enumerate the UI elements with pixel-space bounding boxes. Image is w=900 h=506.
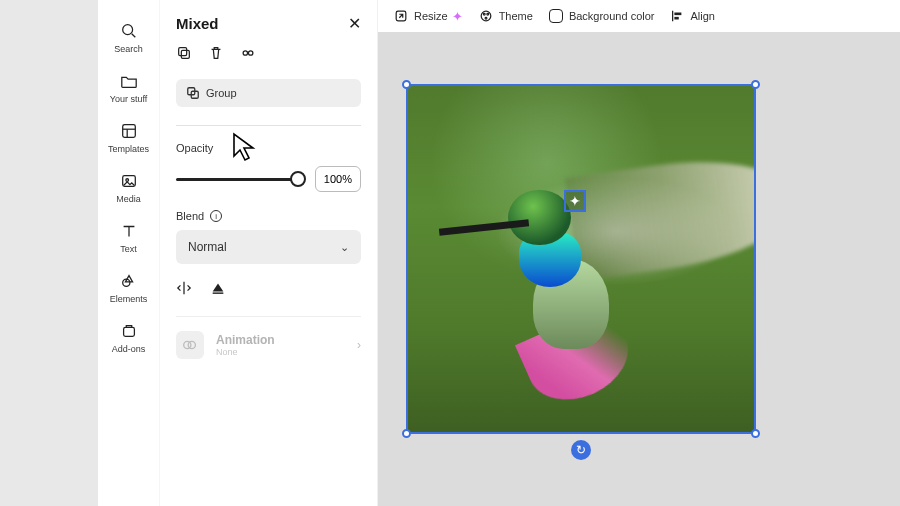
lock-button[interactable] [240, 45, 256, 61]
group-label: Group [206, 87, 237, 99]
canvas[interactable]: ↻ ✦ [378, 32, 900, 506]
search-icon [120, 22, 138, 40]
rail-label: Search [114, 44, 143, 54]
left-rail: Search Your stuff Templates Media Text [98, 0, 160, 506]
svg-rect-2 [122, 125, 135, 138]
text-icon [120, 222, 138, 240]
svg-rect-10 [181, 50, 189, 58]
panel-title: Mixed [176, 15, 219, 32]
image-content [408, 86, 754, 432]
svg-rect-15 [213, 292, 224, 293]
svg-point-21 [487, 13, 489, 15]
svg-point-20 [483, 13, 485, 15]
svg-rect-25 [675, 17, 679, 20]
properties-panel: Mixed ✕ Group Opacity 100% [160, 0, 378, 506]
divider [176, 125, 361, 126]
chevron-right-icon: › [357, 338, 361, 352]
align-label: Align [690, 10, 714, 22]
opacity-label: Opacity [176, 142, 361, 154]
selected-image[interactable]: ↻ [406, 84, 756, 434]
bgcolor-label: Background color [569, 10, 655, 22]
blend-value: Normal [188, 240, 227, 254]
rail-templates[interactable]: Templates [98, 118, 159, 158]
resize-handle-top-right[interactable] [751, 80, 760, 89]
rotate-handle[interactable]: ↻ [571, 440, 591, 460]
rail-media[interactable]: Media [98, 168, 159, 208]
animation-label: Animation [216, 333, 275, 347]
flip-horizontal-button[interactable] [176, 280, 192, 296]
svg-rect-9 [179, 48, 187, 56]
media-icon [120, 172, 138, 190]
templates-icon [120, 122, 138, 140]
animation-icon [176, 331, 204, 359]
opacity-slider[interactable] [176, 178, 305, 181]
slider-handle[interactable] [290, 171, 306, 187]
theme-label: Theme [499, 10, 533, 22]
svg-rect-24 [675, 13, 682, 16]
svg-line-1 [131, 34, 135, 38]
svg-point-17 [188, 341, 195, 348]
blend-select[interactable]: Normal ⌄ [176, 230, 361, 264]
rail-elements[interactable]: Elements [98, 268, 159, 308]
resize-label: Resize [414, 10, 448, 22]
animation-value: None [216, 347, 275, 357]
svg-point-0 [122, 25, 132, 35]
rail-your-stuff[interactable]: Your stuff [98, 68, 159, 108]
ai-sparkle-icon: ✦ [452, 9, 463, 24]
rail-label: Media [116, 194, 141, 204]
theme-button[interactable]: Theme [475, 6, 537, 26]
background-color-button[interactable]: Background color [545, 6, 659, 26]
rail-label: Templates [108, 144, 149, 154]
group-button[interactable]: Group [176, 79, 361, 107]
addons-icon [120, 322, 138, 340]
rail-label: Add-ons [112, 344, 146, 354]
context-toolbar: Resize ✦ Theme Background color Align [378, 0, 900, 32]
flip-vertical-button[interactable] [210, 280, 226, 296]
opacity-value-input[interactable]: 100% [315, 166, 361, 192]
rail-label: Your stuff [110, 94, 148, 104]
rail-label: Elements [110, 294, 148, 304]
animation-section[interactable]: Animation None › [176, 316, 361, 373]
resize-handle-bottom-right[interactable] [751, 429, 760, 438]
folder-icon [120, 72, 138, 90]
color-swatch-icon [549, 9, 563, 23]
svg-point-22 [485, 17, 487, 19]
svg-rect-8 [123, 327, 134, 336]
rail-text[interactable]: Text [98, 218, 159, 258]
align-button[interactable]: Align [666, 6, 718, 26]
close-panel-button[interactable]: ✕ [348, 14, 361, 33]
chevron-down-icon: ⌄ [340, 241, 349, 254]
svg-point-12 [248, 51, 252, 55]
duplicate-button[interactable] [176, 45, 192, 61]
delete-button[interactable] [208, 45, 224, 61]
rail-search[interactable]: Search [98, 18, 159, 58]
resize-handle-bottom-left[interactable] [402, 429, 411, 438]
rail-addons[interactable]: Add-ons [98, 318, 159, 358]
svg-point-11 [243, 51, 247, 55]
resize-button[interactable]: Resize ✦ [390, 6, 467, 27]
rail-label: Text [120, 244, 137, 254]
shapes-icon [120, 272, 138, 290]
selected-shape-star[interactable]: ✦ [564, 190, 586, 212]
info-icon[interactable]: i [210, 210, 222, 222]
blend-label: Blend [176, 210, 204, 222]
resize-handle-top-left[interactable] [402, 80, 411, 89]
